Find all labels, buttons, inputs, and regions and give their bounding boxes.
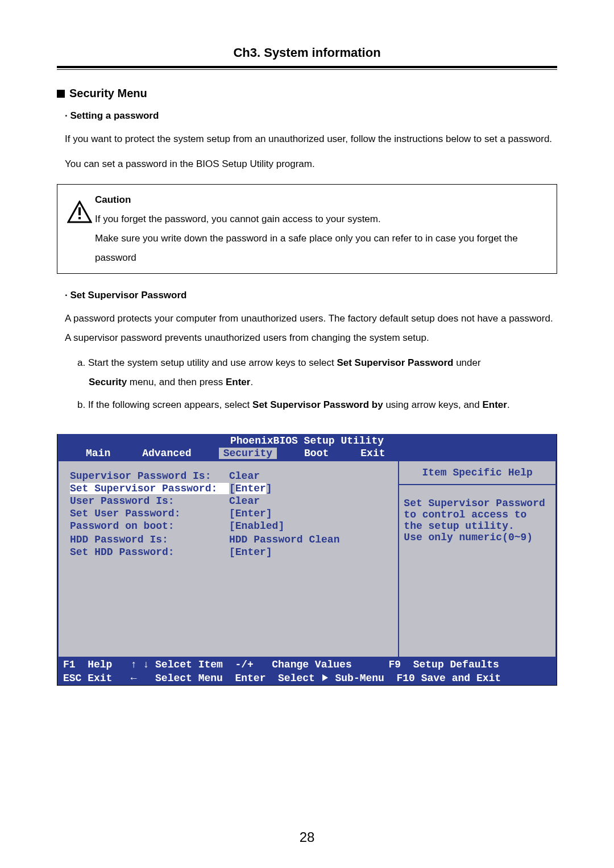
page-number: 28: [0, 829, 614, 845]
bios-tab-advanced: Advanced: [138, 448, 196, 459]
bios-help-panel: Item Specific Help Set Supervisor Passwo…: [398, 460, 557, 658]
bios-tab-main: Main: [81, 448, 115, 459]
right-triangle-icon: [322, 674, 328, 681]
section-heading: Security Menu: [57, 87, 557, 100]
bios-screenshot: PhoenixBIOS Setup Utility Main Advanced …: [57, 434, 557, 686]
bios-help-line: Use only numeric(0~9): [404, 532, 551, 543]
heading-rule: [57, 66, 557, 70]
square-bullet-icon: [57, 90, 65, 98]
bios-row: User Password Is:Clear: [70, 495, 387, 507]
bios-tab-security: Security: [219, 448, 277, 459]
body-text: A password protects your computer from u…: [65, 309, 557, 348]
bios-title: PhoenixBIOS Setup Utility: [57, 434, 557, 448]
subheading-setting-password: · Setting a password: [65, 110, 557, 122]
caution-line: If you forget the password, you cannot g…: [95, 210, 550, 229]
bios-row: Password on boot:[Enabled]: [70, 520, 387, 532]
warning-triangle-icon: [64, 201, 95, 223]
bios-menu-bar: Main Advanced Security Boot Exit: [57, 448, 557, 460]
bios-hint-row: F1 Help ↑ ↓ Selcet Item -/+ Change Value…: [57, 658, 557, 671]
chapter-title: Ch3. System information: [57, 45, 557, 65]
bios-row: Set HDD Password:[Enter]: [70, 546, 387, 558]
step-a: a. Start the system setup utility and us…: [77, 353, 557, 392]
subheading-set-supervisor-password: · Set Supervisor Password: [65, 290, 557, 301]
bios-hint-row: ESC Exit ← Select Menu Enter Select Sub-…: [57, 671, 557, 685]
bios-help-line: Set Supervisor Password: [404, 498, 551, 509]
svg-rect-2: [78, 217, 81, 219]
bios-help-title: Item Specific Help: [398, 460, 557, 485]
bios-tab-exit: Exit: [356, 448, 389, 459]
caution-box: Caution If you forget the password, you …: [57, 184, 557, 274]
bios-row: Supervisor Password Is:Clear: [70, 470, 387, 482]
bios-help-line: to control access to: [404, 509, 551, 520]
bios-left-panel: Supervisor Password Is:Clear Set Supervi…: [57, 460, 398, 658]
bios-row: Set User Password:[Enter]: [70, 508, 387, 519]
bios-help-line: the setup utility.: [404, 520, 551, 532]
bios-row-selected: Set Supervisor Password:[Enter]: [70, 483, 387, 494]
body-text: You can set a password in the BIOS Setup…: [65, 155, 557, 174]
step-b: b. If the following screen appears, sele…: [77, 395, 557, 415]
body-text: If you want to protect the system setup …: [65, 130, 557, 149]
caution-line: Make sure you write down the password in…: [95, 229, 550, 268]
svg-rect-1: [78, 207, 81, 215]
bios-row: HDD Password Is:HDD Password Clean: [70, 534, 387, 545]
caution-title: Caution: [95, 190, 550, 210]
bios-tab-boot: Boot: [300, 448, 333, 459]
